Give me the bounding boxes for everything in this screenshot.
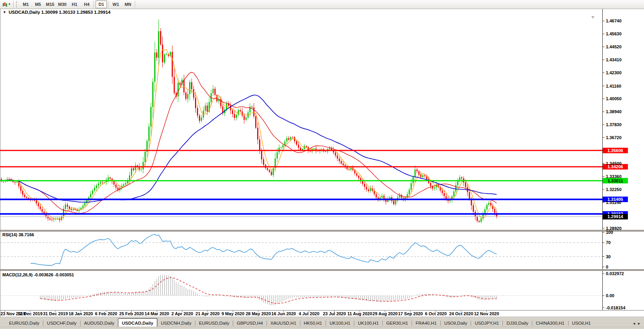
tab-scroll-arrows: ◄► — [632, 322, 644, 327]
level-price-badge-label: 1.33011 — [607, 178, 623, 183]
price-tick-label: 1.42300 — [606, 70, 622, 75]
date-tick-label: 29 Aug 2020 — [373, 311, 398, 316]
price-tick-label: 1.45630 — [606, 31, 622, 36]
date-tick-label: 9 May 2020 — [221, 311, 244, 316]
toolbar-separator — [13, 1, 14, 8]
timeframe-button-h4[interactable]: H4 — [81, 0, 92, 8]
date-tick-label: 25 Feb 2020 — [119, 311, 144, 316]
timeframe-button-m15[interactable]: M15 — [44, 0, 56, 8]
tab-scroll-right-icon[interactable]: ► — [637, 322, 641, 325]
date-tick-label: 28 May 2020 — [246, 311, 271, 316]
macd-tick-label: 0.032972 — [606, 271, 624, 276]
macd-tick-label: 0.00 — [606, 293, 614, 298]
timeframe-buttons: M1M5M15M30H1H4D1W1MN — [20, 0, 136, 8]
date-tick-label: 18 Jan 2020 — [69, 311, 93, 316]
current-price-badge-label: 1.29914 — [607, 214, 624, 219]
price-tick-label: 1.34500 — [606, 161, 622, 166]
chart-tab-eurusd-daily[interactable]: EURUSD,Daily — [6, 319, 43, 327]
chart-tab-ger30-h1[interactable]: GER30,H1 — [383, 319, 412, 327]
date-tick-label: 31 Dec 2019 — [43, 311, 68, 316]
price-tick-label: 1.40050 — [606, 96, 622, 101]
macd-label: MACD(12,26,9) -0.003626 -0.003051 — [2, 272, 74, 277]
collapse-chart-icon[interactable]: ▼ — [3, 10, 6, 14]
toolbar-separator — [108, 1, 109, 8]
rsi-tick-label: 70 — [606, 240, 611, 245]
date-tick-label: 12 Nov 2020 — [474, 311, 499, 316]
chart-tab-usoil-h1[interactable]: USOil,H1 — [569, 319, 594, 327]
chart-tab-usdjpy-h1[interactable]: USDJPY,H1 — [471, 319, 502, 327]
price-tick-label: 1.38940 — [606, 109, 622, 114]
timeframe-button-d1[interactable]: D1 — [96, 0, 107, 8]
date-tick-label: 2 Apr 2020 — [171, 311, 193, 316]
timeframe-button-m30[interactable]: M30 — [57, 0, 68, 8]
date-tick-label: 21 Apr 2020 — [195, 311, 219, 316]
mt4-window: ▾ M1M5M15M30H1H4D1W1MN 1.356061.342061.3… — [0, 0, 644, 329]
date-tick-label: 6 Oct 2020 — [425, 311, 447, 316]
chart-tab-usdcad-daily[interactable]: USDCAD,Daily — [118, 318, 157, 327]
chevron-down-icon[interactable]: ▾ — [9, 3, 10, 6]
price-tick-label: 1.36720 — [606, 135, 622, 140]
status-strip — [0, 327, 644, 329]
price-tick-label: 1.37830 — [606, 122, 622, 127]
chart-title-symbol: USDCAD,Daily 1.30099 1.30133 1.29853 1.2… — [9, 10, 111, 15]
date-tick-label: 11 Aug 2020 — [347, 311, 372, 316]
timeframe-button-w1[interactable]: W1 — [110, 0, 121, 8]
date-tick-label: 16 Jun 2020 — [271, 311, 296, 316]
toolbar-separator — [135, 1, 136, 8]
timeframe-button-mn[interactable]: MN — [122, 0, 134, 8]
chart-tab-hk50-h1[interactable]: HK50,H1 — [300, 319, 326, 327]
chart-tab-usdchf-daily[interactable]: USDCHF,Daily — [43, 319, 80, 327]
chart-canvas[interactable]: 1.356061.342061.330111.314051.301521.299… — [0, 0, 644, 329]
chart-tab-xauusd-h1[interactable]: XAUUSD,H1 — [267, 319, 300, 327]
timeframe-button-m5[interactable]: M5 — [32, 0, 44, 8]
date-tick-label: 17 Sep 2020 — [398, 311, 423, 316]
price-tick-label: 1.44520 — [606, 44, 622, 49]
rsi-tick-label: 30 — [606, 254, 611, 259]
toolbar-grip-handle[interactable] — [16, 1, 18, 7]
timeframe-button-h1[interactable]: H1 — [69, 0, 80, 8]
date-tick-label: 4 Jul 2020 — [299, 311, 320, 316]
price-tick-label: 1.32250 — [606, 187, 622, 192]
tab-scroll-left-icon[interactable]: ◄ — [632, 322, 636, 325]
rsi-tick-label: 100 — [606, 230, 613, 235]
timeframe-toolbar: ▾ M1M5M15M30H1H4D1W1MN — [0, 0, 644, 9]
date-tick-label: 6 Feb 2020 — [95, 311, 117, 316]
price-tick-label: 1.46740 — [606, 18, 622, 23]
rsi-tick-label: 0 — [606, 265, 608, 269]
chart-tab-usdcnh-daily[interactable]: USDCNH,Daily — [157, 319, 195, 327]
level-price-badge-label: 1.35606 — [607, 148, 623, 153]
chart-tab-uk100-h1[interactable]: UK100,H1 — [326, 319, 354, 327]
chart-tab-usoil-daily[interactable]: USOil,Daily — [441, 319, 471, 327]
price-tick-label: 1.41160 — [606, 84, 621, 88]
date-tick-label: 23 Jul 2020 — [323, 311, 346, 316]
price-tick-label: 1.43410 — [606, 57, 622, 62]
chart-type-button[interactable]: ▾ — [0, 0, 13, 9]
chart-tab-fra40-h1[interactable]: FRA40,H1 — [412, 319, 440, 327]
chart-tab-uk100-h1[interactable]: UK100,H1 — [354, 319, 382, 327]
chart-tab-gbpusd-h4[interactable]: GBPUSD,H4 — [233, 319, 266, 327]
candlestick-chart-icon — [2, 2, 7, 7]
date-tick-label: 14 Mar 2020 — [145, 311, 169, 316]
chart-tab-bar: EURUSD,DailyUSDCHF,DailyAUDUSD,DailyUSDC… — [0, 317, 644, 327]
price-tick-label: 1.33360 — [606, 174, 622, 179]
rsi-label: RSI(14) 38.7166 — [2, 232, 34, 237]
chart-tab-china300-h1[interactable]: CHINA300,H1 — [532, 319, 568, 327]
date-tick-label: 24 Oct 2020 — [449, 311, 473, 316]
chart-tab-dj30-daily[interactable]: DJ30,Daily — [503, 319, 532, 327]
chart-tab-audusd-daily[interactable]: AUDUSD,Daily — [81, 319, 118, 327]
toolbar-separator — [94, 1, 94, 8]
timeframe-button-m1[interactable]: M1 — [20, 0, 31, 8]
price-tick-label: 1.31140 — [606, 200, 621, 205]
date-tick-label: 12 Dec 2019 — [18, 311, 42, 316]
chart-tab-eurusd-daily[interactable]: EURUSD,Daily — [195, 319, 233, 327]
macd-tick-label: -0.018154 — [606, 305, 626, 310]
